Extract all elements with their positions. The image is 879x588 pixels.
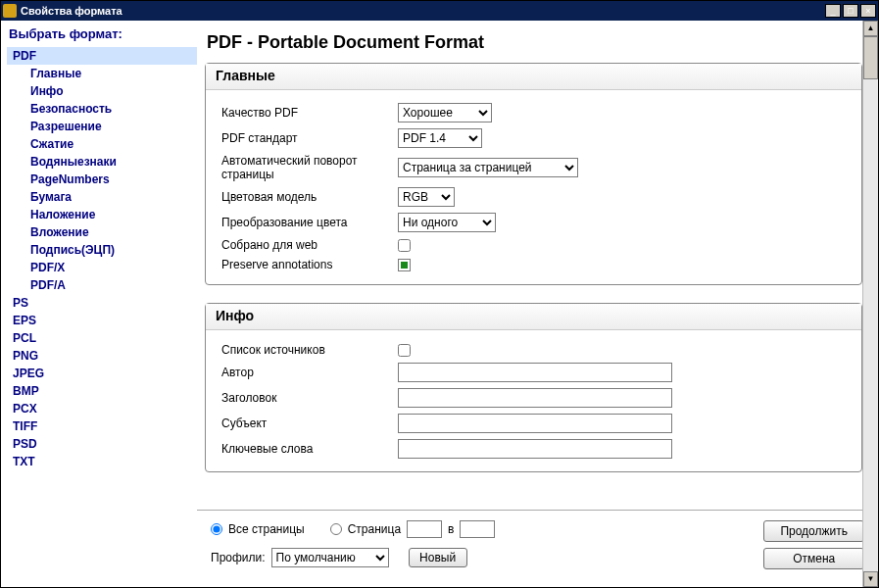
author-label: Автор	[221, 366, 398, 379]
window-title: Свойства формата	[21, 5, 825, 17]
page-title: PDF - Portable Document Format	[207, 32, 862, 53]
section-main-header: Главные	[206, 64, 861, 90]
nav-jpeg[interactable]: JPEG	[7, 365, 197, 382]
sidebar: Выбрать формат: PDF Главные Инфо Безопас…	[1, 21, 197, 587]
quality-select[interactable]: Хорошее	[398, 103, 492, 122]
quality-label: Качество PDF	[221, 106, 398, 120]
footer: Все страницы Страница в Профили: По умол…	[197, 510, 878, 587]
nav-pdf-children: Главные Инфо Безопасность Разрешение Сжа…	[7, 65, 197, 294]
colormodel-select[interactable]: RGB	[398, 187, 455, 207]
author-input[interactable]	[398, 363, 672, 382]
scroll-up-icon[interactable]: ▲	[863, 21, 878, 36]
nav-eps[interactable]: EPS	[7, 312, 197, 329]
profiles-label: Профили:	[211, 551, 266, 564]
keywords-input[interactable]	[398, 439, 672, 459]
window: Свойства формата _ □ × Выбрать формат: P…	[0, 0, 879, 588]
colorconv-select[interactable]: Ни одного	[398, 213, 496, 232]
srclist-label: Список источников	[221, 343, 398, 357]
section-info: Инфо Список источников Автор Заголовок С…	[205, 303, 862, 472]
nav-sub-item[interactable]: PageNumbers	[24, 171, 197, 188]
continue-button[interactable]: Продолжить	[763, 520, 864, 542]
page-from-input[interactable]	[407, 520, 442, 538]
maximize-button[interactable]: □	[843, 4, 858, 18]
colorconv-label: Преобразование цвета	[221, 216, 398, 229]
nav-sub-item[interactable]: Инфо	[24, 82, 197, 100]
nav-psd[interactable]: PSD	[7, 435, 197, 453]
title-input[interactable]	[398, 388, 672, 408]
nav-sub-item[interactable]: Водяныезнаки	[24, 153, 197, 171]
new-profile-button[interactable]: Новый	[409, 548, 467, 567]
nav-sub-item[interactable]: Наложение	[24, 206, 197, 223]
srclist-checkbox[interactable]	[398, 344, 411, 357]
nav-sub-item[interactable]: Бумага	[24, 188, 197, 206]
nav-sub-item[interactable]: Главные	[24, 65, 197, 82]
minimize-button[interactable]: _	[825, 4, 841, 18]
page-label: Страница	[348, 522, 401, 536]
main: PDF - Portable Document Format Главные К…	[197, 21, 878, 587]
nav-pcl[interactable]: PCL	[7, 329, 197, 347]
sidebar-title: Выбрать формат:	[7, 26, 197, 41]
nav-pcx[interactable]: PCX	[7, 400, 197, 417]
titlebar: Свойства формата _ □ ×	[1, 1, 878, 21]
annotations-label: Preserve annotations	[221, 258, 398, 271]
nav-pdf[interactable]: PDF	[7, 47, 197, 65]
nav-sub-item[interactable]: Подпись(ЭЦП)	[24, 241, 197, 259]
all-pages-radio[interactable]	[211, 523, 222, 535]
web-checkbox[interactable]	[398, 239, 411, 252]
app-icon	[3, 4, 17, 18]
nav-sub-item[interactable]: PDF/X	[24, 259, 197, 276]
page-radio[interactable]	[330, 523, 342, 535]
subject-input[interactable]	[398, 414, 672, 433]
nav-sub-item[interactable]: PDF/A	[24, 276, 197, 294]
footer-left: Все страницы Страница в Профили: По умол…	[211, 520, 750, 577]
profile-select[interactable]: По умолчанию	[271, 548, 389, 567]
nav-txt[interactable]: TXT	[7, 453, 197, 470]
standard-label: PDF стандарт	[221, 131, 398, 145]
main-scroll[interactable]: PDF - Portable Document Format Главные К…	[197, 21, 878, 510]
cancel-button[interactable]: Отмена	[763, 548, 864, 569]
nav-sub-item[interactable]: Вложение	[24, 223, 197, 241]
nav-sub-item[interactable]: Сжатие	[24, 135, 197, 153]
standard-select[interactable]: PDF 1.4	[398, 128, 482, 148]
nav-sub-item[interactable]: Безопасность	[24, 100, 197, 118]
nav-bmp[interactable]: BMP	[7, 382, 197, 400]
scroll-down-icon[interactable]: ▼	[863, 571, 878, 587]
rotate-select[interactable]: Страница за страницей	[398, 158, 578, 177]
body: Выбрать формат: PDF Главные Инфо Безопас…	[1, 21, 878, 587]
colormodel-label: Цветовая модель	[221, 190, 398, 204]
keywords-label: Ключевые слова	[221, 442, 398, 456]
close-button[interactable]: ×	[860, 4, 876, 18]
scroll-thumb[interactable]	[863, 36, 878, 79]
web-label: Собрано для web	[221, 238, 398, 252]
annotations-checkbox[interactable]	[398, 259, 411, 271]
scrollbar[interactable]: ▲ ▼	[862, 21, 878, 587]
footer-buttons: Продолжить Отмена	[763, 520, 864, 569]
nav-ps[interactable]: PS	[7, 294, 197, 312]
nav-png[interactable]: PNG	[7, 347, 197, 365]
window-buttons: _ □ ×	[825, 4, 876, 18]
section-info-header: Инфо	[206, 304, 861, 330]
rotate-label: Автоматический поворот страницы	[221, 154, 398, 181]
page-to-input[interactable]	[460, 520, 495, 538]
section-main: Главные Качество PDFХорошее PDF стандарт…	[205, 63, 862, 285]
nav-sub-item[interactable]: Разрешение	[24, 118, 197, 135]
all-pages-label: Все страницы	[228, 522, 305, 536]
in-label: в	[448, 522, 454, 536]
title-label: Заголовок	[221, 391, 398, 405]
nav-tiff[interactable]: TIFF	[7, 417, 197, 435]
subject-label: Субъект	[221, 416, 398, 430]
